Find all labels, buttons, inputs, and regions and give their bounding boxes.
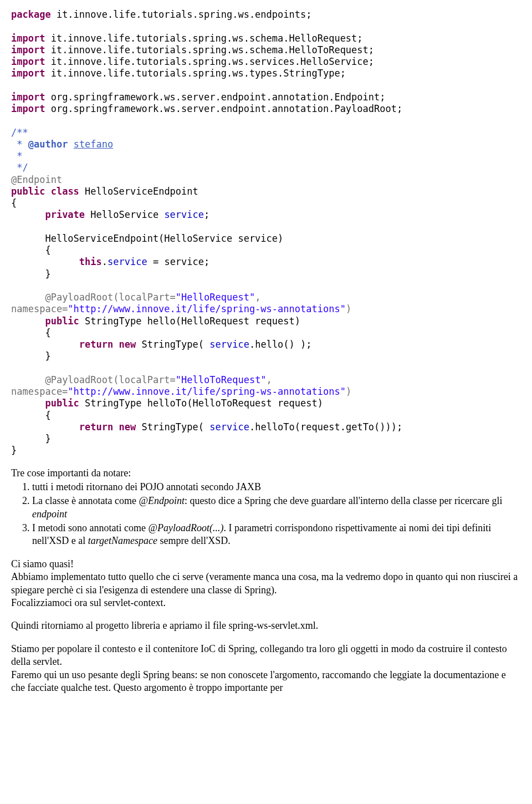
javadoc-author-tag: @author (28, 139, 68, 150)
method-open: { (11, 327, 51, 338)
field-service: service (164, 209, 204, 220)
ctor-close: } (11, 268, 51, 279)
kw-new: new (119, 339, 136, 350)
method-helloto-call: .helloTo(request.getTo())); (249, 421, 402, 432)
method-hello-sig: StringType hello(HelloRequest request) (79, 316, 300, 327)
kw-new: new (119, 421, 136, 432)
kw-return: return (79, 339, 113, 350)
method-hello-call: .hello() ); (249, 339, 312, 350)
ctor-assign: = service; (147, 256, 210, 267)
p-implementato: Abbiamo implementato tutto quello che ci… (11, 571, 521, 597)
p-beans: Faremo qui un uso pesante degli Spring b… (11, 669, 521, 695)
pkg-decl: it.innove.life.tutorials.spring.ws.endpo… (51, 9, 312, 20)
field-type: HelloService (85, 209, 164, 220)
notes-intro: Tre cose importanti da notare: (11, 467, 521, 480)
svc-ref: service (209, 421, 249, 432)
kw-class: class (51, 186, 79, 197)
kw-this: this (79, 256, 102, 267)
note-2: La classe è annotata come @Endpoint: que… (32, 495, 521, 521)
note-1: tutti i metodi ritornano dei POJO annota… (32, 481, 521, 493)
javadoc-author-link: stefano (74, 139, 114, 150)
code-block: package it.innove.life.tutorials.spring.… (11, 9, 521, 457)
method-close: } (11, 433, 51, 444)
brace-close: } (11, 445, 17, 456)
kw-package: package (11, 9, 51, 20)
paragraph-quasi: Ci siamo quasi! Abbiamo implementato tut… (11, 558, 521, 610)
kw-import: import (11, 44, 45, 55)
kw-public: public (11, 186, 45, 197)
javadoc-line: * (11, 150, 23, 161)
paragraph-popolare: Stiamo per popolare il contesto e il con… (11, 643, 521, 695)
em-endpoint-word: endpoint (32, 508, 67, 520)
p-popolare: Stiamo per popolare il contesto e il con… (11, 643, 521, 669)
kw-import: import (11, 91, 45, 103)
kw-public: public (45, 398, 79, 409)
javadoc-line: * (11, 139, 28, 150)
annotation-payloadroot: @PayloadRoot (45, 292, 113, 303)
javadoc-open: /** (11, 127, 28, 138)
str-namespace: "http://www.innove.it/life/spring-ws-ann… (68, 386, 346, 397)
ctor-open: { (11, 245, 51, 256)
class-name: HelloServiceEndpoint (79, 186, 198, 197)
p-ci-siamo: Ci siamo quasi! (11, 558, 521, 571)
annotation-endpoint: @Endpoint (11, 174, 62, 185)
str-namespace: "http://www.innove.it/life/spring-ws-ann… (68, 303, 346, 314)
kw-public: public (45, 316, 79, 327)
import-5: org.springframework.ws.server.endpoint.a… (45, 91, 385, 103)
paragraph-notes: Tre cose importanti da notare: tutti i m… (11, 467, 521, 548)
import-2: it.innove.life.tutorials.spring.ws.schem… (45, 44, 374, 55)
kw-import: import (11, 33, 45, 44)
em-payloadroot: @PayloadRoot(...) (148, 522, 223, 533)
svc-ref: service (209, 339, 249, 350)
method-open: { (11, 410, 51, 421)
kw-import: import (11, 68, 45, 79)
import-3: it.innove.life.tutorials.spring.ws.servi… (45, 56, 374, 67)
note-3: I metodi sono annotati come @PayloadRoot… (32, 522, 521, 548)
method-close: } (11, 350, 51, 362)
import-1: it.innove.life.tutorials.spring.ws.schem… (45, 33, 362, 44)
kw-return: return (79, 421, 113, 432)
kw-private: private (45, 209, 85, 220)
em-targetnamespace: targetNamespace (88, 535, 157, 546)
import-4: it.innove.life.tutorials.spring.ws.types… (45, 68, 345, 79)
kw-import: import (11, 103, 45, 114)
ctor-sig: HelloServiceEndpoint(HelloService servic… (11, 233, 283, 244)
paragraph-ritorniamo: Quindi ritorniamo al progetto libreria e… (11, 619, 521, 632)
kw-import: import (11, 56, 45, 67)
notes-list: tutti i metodi ritornano dei POJO annota… (11, 481, 521, 548)
str-localpart-2: "HelloToRequest" (176, 374, 267, 385)
method-helloto-sig: StringType helloTo(HelloToRequest reques… (79, 398, 323, 409)
em-endpoint: @Endpoint (139, 495, 185, 506)
import-6: org.springframework.ws.server.endpoint.a… (45, 103, 402, 114)
annotation-payloadroot: @PayloadRoot (45, 374, 113, 385)
field-service-ref: service (108, 256, 147, 267)
brace-open: { (11, 197, 17, 208)
str-localpart-1: "HelloRequest" (176, 292, 255, 303)
p-focalizziamoci: Focalizziamoci ora sul servlet-context. (11, 597, 521, 609)
javadoc-close: */ (11, 162, 28, 173)
